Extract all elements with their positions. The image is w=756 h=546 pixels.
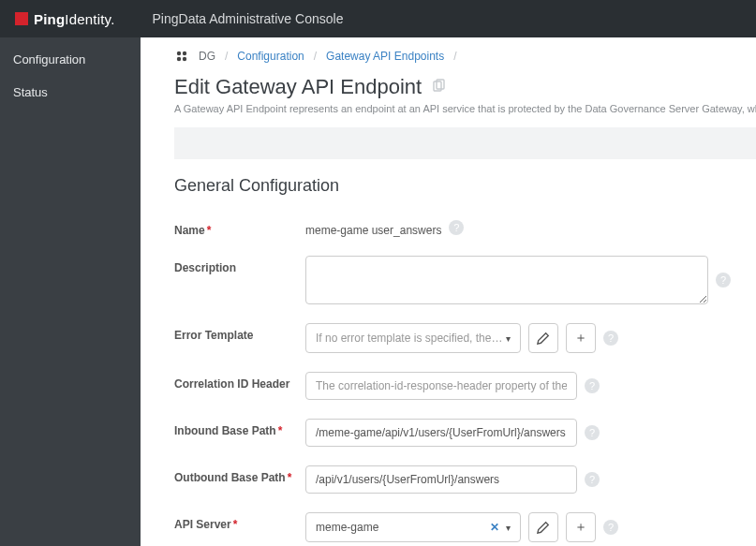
chevron-down-icon: ▾: [506, 523, 511, 533]
error-template-placeholder: If no error template is specified, then …: [316, 332, 506, 345]
plus-icon: ＋: [574, 519, 587, 536]
row-api-server: API Server* meme-game ✕ ▾ ＋ ?: [174, 503, 756, 546]
top-bar: PingIdentity. PingData Administrative Co…: [0, 0, 756, 37]
breadcrumb-gateway-api-endpoints[interactable]: Gateway API Endpoints: [326, 50, 444, 63]
error-template-select[interactable]: If no error template is specified, then …: [305, 323, 521, 353]
sidebar-item-status[interactable]: Status: [0, 76, 141, 109]
help-icon[interactable]: ?: [603, 520, 618, 535]
svg-point-0: [177, 52, 181, 55]
label-error-template: Error Template: [174, 323, 305, 342]
label-description: Description: [174, 256, 305, 274]
chevron-down-icon: ▾: [506, 333, 511, 344]
row-inbound-base-path: Inbound Base Path* ?: [174, 409, 756, 456]
logo-square-icon: [15, 12, 28, 25]
api-server-value: meme-game: [316, 521, 378, 534]
inbound-base-path-input[interactable]: [305, 419, 577, 447]
label-api-server: API Server*: [174, 512, 305, 531]
breadcrumb-sep: /: [225, 50, 228, 63]
label-outbound: Outbound Base Path*: [174, 465, 305, 484]
row-error-template: Error Template If no error template is s…: [174, 314, 756, 362]
main-content: DG / Configuration / Gateway API Endpoin…: [141, 37, 756, 546]
edit-button[interactable]: [528, 323, 558, 353]
page-description: A Gateway API Endpoint represents an end…: [174, 103, 756, 114]
help-icon[interactable]: ?: [449, 220, 464, 235]
label-name: Name*: [174, 218, 305, 237]
row-name: Name* meme-game user_answers ?: [174, 209, 756, 246]
page-title: Edit Gateway API Endpoint: [174, 75, 422, 99]
help-icon[interactable]: ?: [585, 378, 600, 393]
copy-icon[interactable]: [431, 79, 446, 96]
row-outbound-base-path: Outbound Base Path* ?: [174, 456, 756, 503]
help-icon[interactable]: ?: [603, 331, 618, 346]
help-icon[interactable]: ?: [585, 472, 600, 487]
row-correlation-id-header: Correlation ID Header ?: [174, 362, 756, 409]
breadcrumb-sep: /: [453, 50, 456, 63]
section-general-configuration: General Configuration: [174, 176, 756, 196]
row-description: Description ?: [174, 246, 756, 314]
api-server-select[interactable]: meme-game ✕ ▾: [305, 512, 521, 542]
help-icon[interactable]: ?: [716, 273, 731, 288]
correlation-id-input[interactable]: [305, 372, 577, 400]
label-inbound: Inbound Base Path*: [174, 419, 305, 437]
notice-bar: [174, 127, 756, 159]
clear-icon[interactable]: ✕: [490, 521, 499, 534]
description-textarea[interactable]: [305, 256, 708, 304]
add-button[interactable]: ＋: [566, 512, 596, 542]
value-name: meme-game user_answers: [305, 218, 441, 237]
plus-icon: ＋: [574, 330, 587, 347]
svg-point-1: [183, 52, 186, 55]
app-title: PingData Administrative Console: [153, 11, 344, 26]
sidebar-item-configuration[interactable]: Configuration: [0, 43, 141, 76]
breadcrumb: DG / Configuration / Gateway API Endpoin…: [174, 49, 756, 64]
edit-button[interactable]: [528, 512, 558, 542]
outbound-base-path-input[interactable]: [305, 465, 577, 494]
brand-logo: PingIdentity.: [15, 11, 115, 27]
sidebar: Configuration Status: [0, 37, 141, 546]
breadcrumb-root[interactable]: DG: [199, 50, 215, 63]
brand-name: PingIdentity.: [34, 11, 115, 27]
breadcrumb-sep: /: [314, 50, 317, 63]
svg-point-3: [183, 57, 186, 61]
help-icon[interactable]: ?: [585, 425, 600, 440]
add-button[interactable]: ＋: [566, 323, 596, 353]
breadcrumb-root-icon[interactable]: [174, 49, 189, 64]
label-correlation-id: Correlation ID Header: [174, 372, 305, 391]
svg-point-2: [177, 57, 181, 61]
breadcrumb-configuration[interactable]: Configuration: [237, 50, 304, 63]
